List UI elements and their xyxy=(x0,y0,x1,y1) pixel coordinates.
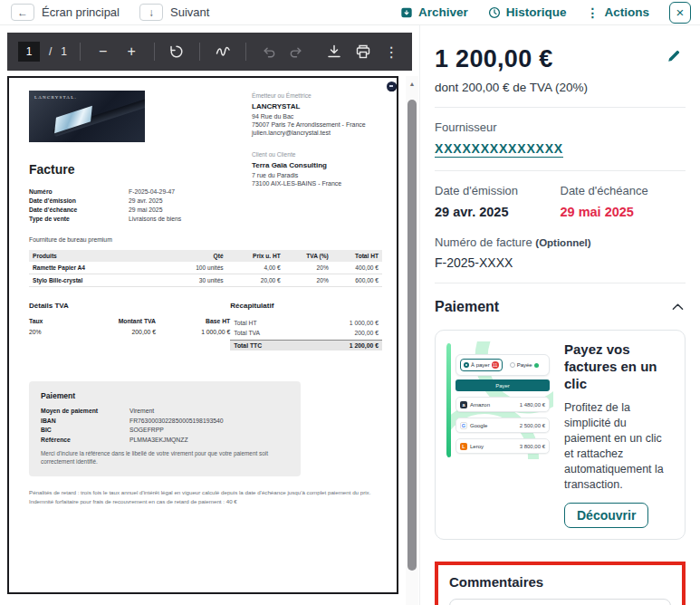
next-button[interactable]: ↓ xyxy=(139,4,163,21)
recap-rows: Total HT 1 000,00 € Total TVA 200,00 € T… xyxy=(230,318,382,351)
payment-info-box: Paiement Moyen de paiementVirement IBANF… xyxy=(29,381,301,476)
actions-menu-button[interactable]: ⋮ Actions xyxy=(586,5,649,19)
amount-row: 1 200,00 € xyxy=(435,45,686,73)
totals-section: Détails TVA Taux Montant TVA Base HT 20%… xyxy=(29,302,382,351)
cell: Ramette Papier A4 xyxy=(29,262,170,274)
promo-illustration: À payer 11 Payée Payer a Amazon 1 4 xyxy=(446,341,553,459)
invoice-title: Facture xyxy=(29,162,245,177)
download-button[interactable] xyxy=(324,40,344,63)
supplier-link[interactable]: XXXXXXXXXXXXXX xyxy=(435,141,563,158)
arrow-down-icon: ↓ xyxy=(149,6,154,19)
invoice-number-label-text: Numéro de facture xyxy=(435,235,532,249)
divider xyxy=(435,283,686,283)
page-divider: / xyxy=(49,45,52,58)
toolbar-divider xyxy=(199,43,200,61)
mini-tab-due-label: À payer xyxy=(471,362,490,368)
tva-cell: 1 000,00 € xyxy=(156,329,230,335)
nav-group: ← Écran principal ↓ Suivant xyxy=(11,4,222,21)
kebab-icon: ⋮ xyxy=(586,6,599,19)
cell: 100 unités xyxy=(170,262,227,274)
invoice-footer: Pénalités de retard : trois fois le taux… xyxy=(29,488,382,506)
recap-value: 1 200,00 € xyxy=(350,342,379,349)
emission-date-field: Date d'émission 29 avr. 2025 xyxy=(435,184,561,219)
client-address-1: 7 rue du Paradis xyxy=(252,171,392,179)
mini-invoice-row: a Amazon 1 480,00 € xyxy=(455,397,550,412)
recap-label: Total TTC xyxy=(234,342,262,349)
pdf-viewer: / 1 − + ⋮ xyxy=(0,25,419,605)
brand-photo-caption: LANCRYSTAL. xyxy=(34,95,77,100)
recap-value: 1 000,00 € xyxy=(350,320,379,326)
emitter-email: julien.lancry@lancrystal.test xyxy=(252,129,392,137)
vertical-scrollbar[interactable]: ▲ xyxy=(406,76,418,605)
print-button[interactable] xyxy=(353,40,373,63)
next-button-label[interactable]: Suivant xyxy=(170,5,209,19)
promo-body: Profitez de la simplicité du paiement en… xyxy=(564,400,674,492)
google-icon: G xyxy=(460,422,467,429)
payment-value: FR7630003022850005198193540 xyxy=(129,418,289,424)
collapse-payment-button[interactable] xyxy=(670,298,686,315)
rotate-ccw-icon xyxy=(168,43,185,60)
cell: Stylo Bille-crystal xyxy=(29,274,170,287)
edit-amount-button[interactable] xyxy=(662,45,686,69)
col-header: Prix u. HT xyxy=(227,250,284,262)
plus-icon: + xyxy=(127,43,135,60)
meta-label: Date d'émission xyxy=(29,197,129,204)
amazon-icon: a xyxy=(460,401,467,408)
invoice-side-panel: 1 200,00 € dont 200,00 € de TVA (20%) Fo… xyxy=(419,25,700,605)
emitter-address-1: 94 Rue du Bac xyxy=(252,112,392,120)
top-bar: ← Écran principal ↓ Suivant Archiver His… xyxy=(0,0,700,25)
invoice-number-label: Numéro de facture (Optionnel) xyxy=(435,235,686,249)
comment-input[interactable] xyxy=(449,599,671,605)
undo-button[interactable] xyxy=(258,40,278,63)
col-header: Total HT xyxy=(332,250,382,262)
zoom-in-button[interactable]: + xyxy=(121,40,141,63)
zoom-out-button[interactable]: − xyxy=(93,40,113,63)
payment-promo-card: À payer 11 Payée Payer a Amazon 1 4 xyxy=(435,330,686,540)
undo-icon xyxy=(261,44,276,60)
back-button-label[interactable]: Écran principal xyxy=(42,5,120,19)
tva-col-header: Taux xyxy=(29,318,82,324)
supplier-field: Fournisseur XXXXXXXXXXXXXX xyxy=(435,120,686,158)
scroll-up-button[interactable]: ▲ xyxy=(406,76,418,91)
discover-button[interactable]: Découvrir xyxy=(564,503,648,528)
emitter-label: Émetteur ou Émettrice xyxy=(252,92,392,99)
cell: 20% xyxy=(284,274,332,287)
back-button[interactable]: ← xyxy=(11,4,34,21)
recap-section: Récapitulatif Total HT 1 000,00 € Total … xyxy=(230,302,382,351)
redo-button[interactable] xyxy=(287,40,307,63)
vat-subtext: dont 200,00 € de TVA (20%) xyxy=(435,81,686,94)
page-number-input[interactable] xyxy=(18,42,40,62)
annotate-button[interactable] xyxy=(213,40,233,63)
more-options-button[interactable]: ⋮ xyxy=(381,40,401,63)
col-header: Qté xyxy=(170,250,227,262)
tva-col-header: Montant TVA xyxy=(82,318,156,324)
cell: 30 unités xyxy=(170,274,227,287)
cell: 600,00 € xyxy=(332,274,382,287)
recap-row: Total TVA 200,00 € xyxy=(230,328,382,338)
history-button[interactable]: Historique xyxy=(488,5,567,19)
divider xyxy=(435,107,686,108)
close-icon: × xyxy=(676,5,685,20)
payment-label: IBAN xyxy=(41,418,129,424)
top-bar-actions: Archiver Historique ⋮ Actions × xyxy=(400,2,691,24)
client-address-2: 73100 AIX-LES-BAINS - France xyxy=(252,179,392,187)
payment-note: Merci d'inclure la référence dans le lib… xyxy=(41,449,269,466)
cell: 4,00 € xyxy=(227,262,284,274)
promo-title: Payez vos factures en un clic xyxy=(564,341,674,392)
payment-grid: Moyen de paiementVirement IBANFR76300030… xyxy=(41,408,289,443)
archive-button[interactable]: Archiver xyxy=(400,5,468,19)
meta-value: 29 avr. 2025 xyxy=(129,197,245,204)
close-button[interactable]: × xyxy=(669,2,691,24)
payment-value: SOGEFRPP xyxy=(129,427,289,433)
comments-title: Commentaires xyxy=(449,574,671,590)
mini-pay-button: Payer xyxy=(455,379,550,391)
leroy-icon: L xyxy=(460,443,467,450)
supplier-label: Fournisseur xyxy=(435,120,686,134)
meta-value: Livraisons de biens xyxy=(129,216,245,222)
meta-label: Date d'échéance xyxy=(29,206,129,213)
dates-row: Date d'émission 29 avr. 2025 Date d'éché… xyxy=(435,184,686,219)
mini-row-amount: 2 500,00 € xyxy=(520,423,545,428)
invoice-parties: Émetteur ou Émettrice LANCRYSTAL 94 Rue … xyxy=(252,92,392,187)
scrollbar-thumb[interactable] xyxy=(408,100,417,571)
rotate-ccw-button[interactable] xyxy=(168,40,187,63)
